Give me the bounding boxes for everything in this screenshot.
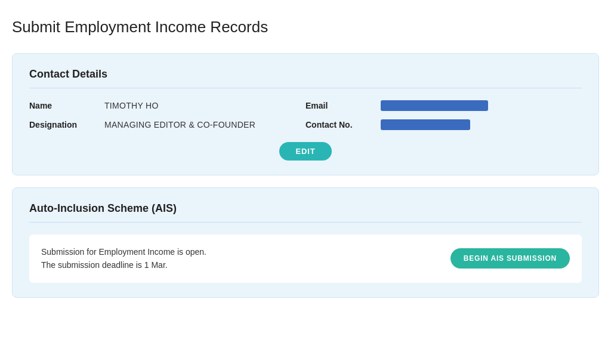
designation-label: Designation	[29, 120, 95, 129]
begin-ais-submission-button[interactable]: BEGIN AIS SUBMISSION	[450, 248, 570, 269]
contact-details-grid: Name TIMOTHY HO Email Designation MANAGI…	[29, 100, 582, 130]
name-value: TIMOTHY HO	[104, 101, 159, 110]
edit-button[interactable]: EDIT	[279, 142, 332, 161]
ais-content-row: Submission for Employment Income is open…	[29, 235, 582, 283]
contact-card-title: Contact Details	[29, 68, 582, 88]
page-title: Submit Employment Income Records	[12, 18, 599, 36]
ais-message-line2: The submission deadline is 1 Mar.	[41, 258, 206, 272]
edit-button-container: EDIT	[29, 142, 582, 161]
contact-value-redacted	[381, 119, 470, 130]
contact-details-card: Contact Details Name TIMOTHY HO Email De…	[12, 53, 599, 175]
name-row: Name TIMOTHY HO	[29, 100, 306, 111]
designation-value: MANAGING EDITOR & CO-FOUNDER	[104, 120, 255, 129]
designation-row: Designation MANAGING EDITOR & CO-FOUNDER	[29, 119, 306, 130]
ais-message-line1: Submission for Employment Income is open…	[41, 245, 206, 258]
ais-message: Submission for Employment Income is open…	[41, 245, 206, 272]
name-label: Name	[29, 101, 95, 110]
ais-card: Auto-Inclusion Scheme (AIS) Submission f…	[12, 187, 599, 298]
email-value-redacted	[381, 100, 488, 111]
ais-card-title: Auto-Inclusion Scheme (AIS)	[29, 202, 582, 223]
email-label: Email	[306, 101, 371, 110]
contact-row: Contact No.	[306, 119, 582, 130]
contact-label: Contact No.	[306, 120, 371, 129]
email-row: Email	[306, 100, 582, 111]
